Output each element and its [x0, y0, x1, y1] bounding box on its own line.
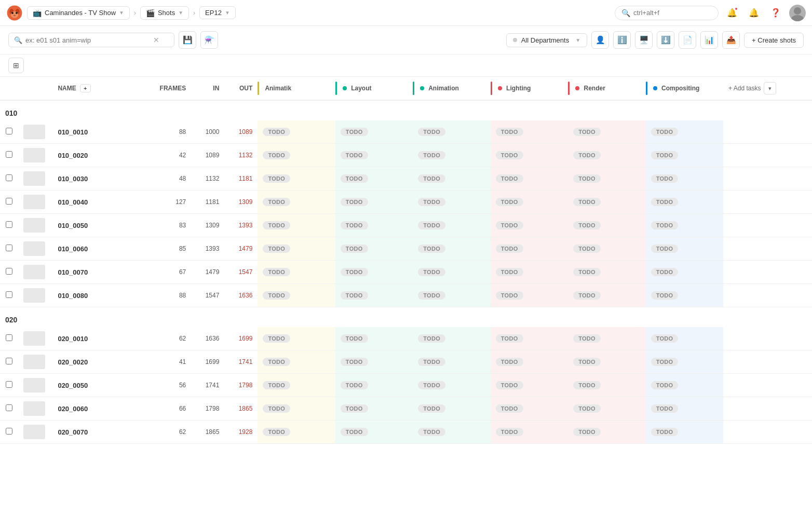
row-layout-cell[interactable]: TODO	[335, 397, 413, 421]
row-shot-name-cell[interactable]: 010_0050	[52, 214, 146, 237]
row-render-cell[interactable]: TODO	[568, 120, 645, 144]
row-checkbox[interactable]	[6, 128, 12, 134]
row-lighting-cell[interactable]: TODO	[491, 350, 568, 374]
row-compositing-cell[interactable]: TODO	[646, 214, 723, 237]
row-lighting-cell[interactable]: TODO	[491, 327, 568, 350]
info-button[interactable]: ℹ️	[613, 31, 631, 49]
row-render-cell[interactable]: TODO	[568, 261, 645, 284]
row-shot-name-cell[interactable]: 010_0040	[52, 191, 146, 214]
add-tasks-button[interactable]: + Add tasks	[728, 85, 761, 92]
row-lighting-cell[interactable]: TODO	[491, 144, 568, 167]
row-animatik-cell[interactable]: TODO	[258, 214, 335, 237]
row-shot-name-cell[interactable]: 020_0060	[52, 397, 146, 421]
alerts-button[interactable]: 🔔	[746, 5, 762, 21]
row-animation-cell[interactable]: TODO	[413, 397, 490, 421]
row-render-cell[interactable]: TODO	[568, 237, 645, 261]
row-animatik-cell[interactable]: TODO	[258, 421, 335, 444]
row-animatik-cell[interactable]: TODO	[258, 327, 335, 350]
row-layout-cell[interactable]: TODO	[335, 327, 413, 350]
row-lighting-cell[interactable]: TODO	[491, 214, 568, 237]
row-compositing-cell[interactable]: TODO	[646, 144, 723, 167]
row-compositing-cell[interactable]: TODO	[646, 237, 723, 261]
row-layout-cell[interactable]: TODO	[335, 284, 413, 307]
row-shot-name-cell[interactable]: 010_0010	[52, 120, 146, 144]
row-lighting-cell[interactable]: TODO	[491, 374, 568, 397]
download-button[interactable]: ⬇️	[657, 31, 674, 49]
row-animation-cell[interactable]: TODO	[413, 191, 490, 214]
save-search-button[interactable]: 💾	[179, 31, 196, 49]
row-shot-name-cell[interactable]: 020_0070	[52, 421, 146, 444]
row-animation-cell[interactable]: TODO	[413, 327, 490, 350]
row-animation-cell[interactable]: TODO	[413, 167, 490, 191]
app-logo[interactable]	[6, 5, 23, 21]
row-render-cell[interactable]: TODO	[568, 350, 645, 374]
row-compositing-cell[interactable]: TODO	[646, 191, 723, 214]
row-compositing-cell[interactable]: TODO	[646, 284, 723, 307]
row-compositing-cell[interactable]: TODO	[646, 261, 723, 284]
row-compositing-cell[interactable]: TODO	[646, 327, 723, 350]
row-checkbox[interactable]	[6, 291, 12, 298]
row-animatik-cell[interactable]: TODO	[258, 397, 335, 421]
row-lighting-cell[interactable]: TODO	[491, 167, 568, 191]
row-layout-cell[interactable]: TODO	[335, 421, 413, 444]
row-shot-name-cell[interactable]: 010_0030	[52, 167, 146, 191]
row-render-cell[interactable]: TODO	[568, 191, 645, 214]
row-shot-name-cell[interactable]: 020_0020	[52, 350, 146, 374]
row-checkbox[interactable]	[6, 404, 12, 411]
row-render-cell[interactable]: TODO	[568, 421, 645, 444]
row-animatik-cell[interactable]: TODO	[258, 144, 335, 167]
row-animatik-cell[interactable]: TODO	[258, 237, 335, 261]
user-avatar[interactable]	[789, 5, 806, 21]
department-selector[interactable]: All Departments ▼	[506, 33, 587, 47]
shot-search-input[interactable]	[25, 36, 150, 44]
row-compositing-cell[interactable]: TODO	[646, 374, 723, 397]
row-animatik-cell[interactable]: TODO	[258, 284, 335, 307]
row-lighting-cell[interactable]: TODO	[491, 191, 568, 214]
row-shot-name-cell[interactable]: 010_0080	[52, 284, 146, 307]
row-layout-cell[interactable]: TODO	[335, 350, 413, 374]
row-layout-cell[interactable]: TODO	[335, 144, 413, 167]
row-animation-cell[interactable]: TODO	[413, 374, 490, 397]
row-render-cell[interactable]: TODO	[568, 397, 645, 421]
row-shot-name-cell[interactable]: 010_0060	[52, 237, 146, 261]
row-checkbox[interactable]	[6, 151, 12, 158]
row-lighting-cell[interactable]: TODO	[491, 284, 568, 307]
row-animation-cell[interactable]: TODO	[413, 214, 490, 237]
row-lighting-cell[interactable]: TODO	[491, 120, 568, 144]
row-checkbox[interactable]	[6, 358, 12, 364]
notifications-button[interactable]: 🔔	[724, 5, 740, 21]
row-checkbox[interactable]	[6, 268, 12, 275]
row-lighting-cell[interactable]: TODO	[491, 261, 568, 284]
sub-display-button[interactable]: ⊞	[8, 58, 24, 73]
row-checkbox[interactable]	[6, 174, 12, 181]
row-animation-cell[interactable]: TODO	[413, 261, 490, 284]
row-animatik-cell[interactable]: TODO	[258, 374, 335, 397]
add-name-button[interactable]: +	[80, 84, 90, 92]
row-lighting-cell[interactable]: TODO	[491, 237, 568, 261]
row-layout-cell[interactable]: TODO	[335, 120, 413, 144]
row-animation-cell[interactable]: TODO	[413, 350, 490, 374]
row-checkbox[interactable]	[6, 245, 12, 251]
row-shot-name-cell[interactable]: 020_0010	[52, 327, 146, 350]
row-render-cell[interactable]: TODO	[568, 327, 645, 350]
global-search-input[interactable]	[633, 9, 706, 17]
row-compositing-cell[interactable]: TODO	[646, 397, 723, 421]
global-search-box[interactable]: 🔍	[615, 6, 719, 20]
assignee-filter-button[interactable]: 👤	[591, 31, 609, 49]
row-layout-cell[interactable]: TODO	[335, 237, 413, 261]
row-animation-cell[interactable]: TODO	[413, 144, 490, 167]
row-render-cell[interactable]: TODO	[568, 374, 645, 397]
row-compositing-cell[interactable]: TODO	[646, 167, 723, 191]
row-compositing-cell[interactable]: TODO	[646, 120, 723, 144]
row-lighting-cell[interactable]: TODO	[491, 421, 568, 444]
row-animatik-cell[interactable]: TODO	[258, 350, 335, 374]
breadcrumb-shots[interactable]: 🎬 Shots ▼	[140, 6, 189, 20]
row-checkbox[interactable]	[6, 198, 12, 205]
row-checkbox[interactable]	[6, 428, 12, 435]
row-layout-cell[interactable]: TODO	[335, 374, 413, 397]
row-compositing-cell[interactable]: TODO	[646, 421, 723, 444]
export-button[interactable]: 📤	[722, 31, 740, 49]
help-button[interactable]: ❓	[767, 5, 784, 21]
row-render-cell[interactable]: TODO	[568, 144, 645, 167]
header-name[interactable]: NAME +	[52, 77, 146, 100]
